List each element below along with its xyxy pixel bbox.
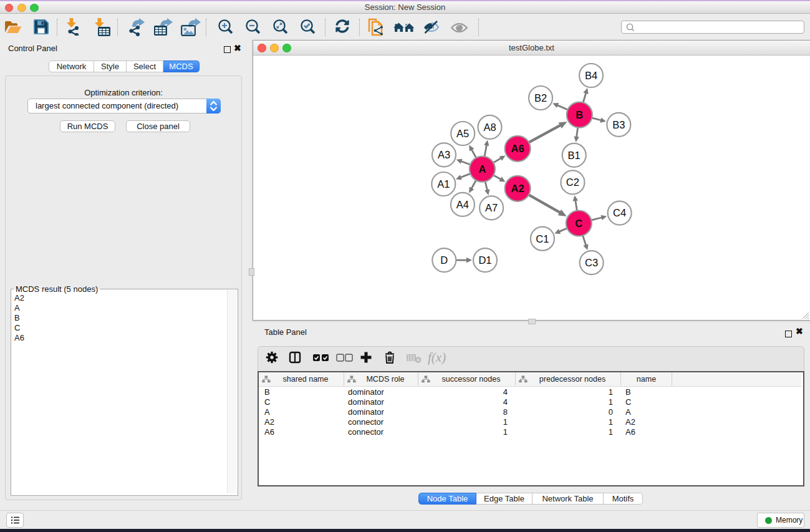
svg-text:B: B [576, 109, 583, 120]
svg-text:D1: D1 [478, 254, 491, 266]
svg-text:A3: A3 [438, 149, 450, 160]
svg-text:A4: A4 [456, 199, 469, 210]
svg-text:A6: A6 [511, 143, 524, 154]
svg-text:A2: A2 [511, 183, 524, 194]
svg-text:B4: B4 [585, 70, 597, 81]
svg-text:A: A [478, 163, 486, 175]
svg-text:A7: A7 [485, 202, 498, 213]
svg-text:D: D [440, 254, 448, 266]
svg-text:A1: A1 [437, 178, 450, 190]
svg-text:C1: C1 [536, 233, 549, 244]
svg-text:B3: B3 [612, 119, 625, 130]
svg-text:B1: B1 [568, 150, 581, 161]
svg-text:B2: B2 [534, 92, 547, 104]
svg-text:C2: C2 [566, 177, 579, 188]
svg-text:C4: C4 [613, 207, 626, 218]
svg-text:C: C [575, 218, 582, 229]
svg-text:A8: A8 [483, 122, 496, 133]
svg-text:C3: C3 [585, 257, 598, 268]
svg-text:A5: A5 [456, 128, 469, 139]
